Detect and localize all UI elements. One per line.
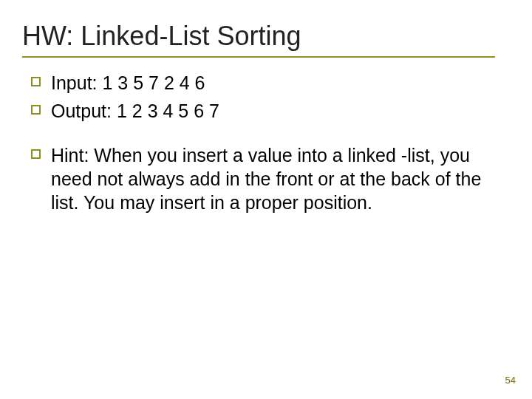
bullet-item: Input: 1 3 5 7 2 4 6 (31, 71, 489, 95)
title-underline (22, 56, 495, 58)
slide: HW: Linked-List Sorting Input: 1 3 5 7 2… (0, 0, 532, 399)
square-bullet-icon (31, 149, 41, 159)
slide-body: Input: 1 3 5 7 2 4 6 Output: 1 2 3 4 5 6… (31, 71, 489, 219)
slide-title: HW: Linked-List Sorting (22, 21, 301, 52)
square-bullet-icon (31, 105, 41, 115)
square-bullet-icon (31, 77, 41, 86)
bullet-item: Hint: When you insert a value into a lin… (31, 143, 489, 214)
bullet-text: Output: 1 2 3 4 5 6 7 (51, 99, 489, 123)
bullet-text: Input: 1 3 5 7 2 4 6 (51, 71, 489, 95)
page-number: 54 (505, 375, 516, 386)
bullet-text: Hint: When you insert a value into a lin… (51, 143, 489, 214)
bullet-item: Output: 1 2 3 4 5 6 7 (31, 99, 489, 123)
